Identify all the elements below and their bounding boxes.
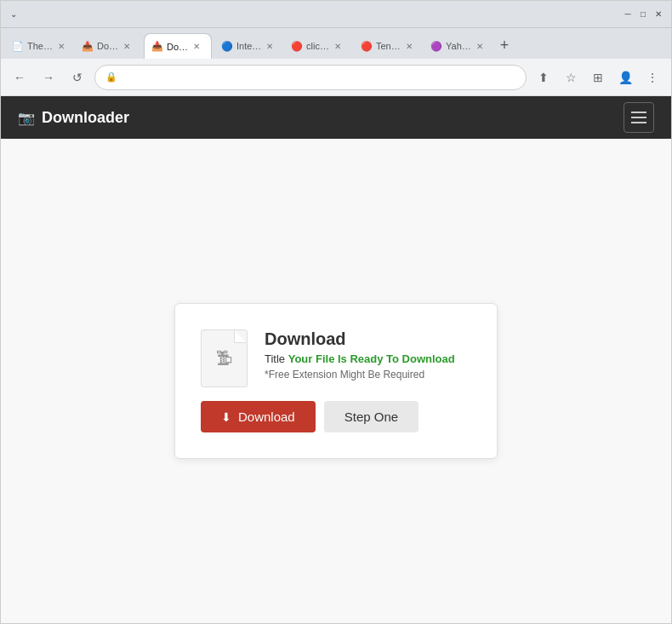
card-heading: Download (265, 329, 455, 349)
tab-6-label: Ten… (376, 41, 401, 51)
tab-bar: 📄 The… ✕ 📥 Do… ✕ 📥 Do… ✕ 🔵 Inte… ✕ 🔴 cli… (1, 28, 671, 59)
hamburger-line-1 (631, 112, 646, 113)
tab-4-close[interactable]: ✕ (266, 42, 273, 51)
tab-2-label: Do… (97, 41, 118, 51)
title-bar-left: ⌄ (8, 9, 20, 20)
tab-4-label: Inte… (236, 41, 261, 51)
tab-5-favicon: 🔴 (291, 41, 303, 52)
tab-2-favicon: 📥 (82, 41, 94, 52)
tab-5-label: clic… (306, 41, 329, 51)
address-actions: ⬆ ☆ ⊞ 👤 ⋮ (532, 66, 664, 89)
tab-5-close[interactable]: ✕ (334, 42, 341, 51)
hamburger-line-2 (631, 117, 646, 118)
download-button[interactable]: ⬇ Download (201, 401, 316, 432)
forward-button[interactable]: → (37, 66, 60, 89)
hamburger-menu[interactable] (624, 102, 654, 133)
download-arrow-icon: ⬇ (221, 410, 231, 424)
file-icon: 🗜 (201, 329, 248, 387)
new-tab-button[interactable]: + (493, 33, 516, 57)
site-navbar: 📷 Downloader (1, 96, 671, 139)
tab-2-close[interactable]: ✕ (123, 42, 130, 51)
card-header: 🗜 Download Title Your File Is Ready To D… (201, 329, 463, 387)
tab-7[interactable]: 🟣 Yah… ✕ (423, 33, 491, 59)
tab-7-close[interactable]: ✕ (476, 42, 483, 51)
address-bar: ← → ↺ 🔒 ⬆ ☆ ⊞ 👤 ⋮ (1, 59, 671, 96)
tab-6[interactable]: 🔴 Ten… ✕ (353, 33, 421, 59)
menu-button[interactable]: ⋮ (641, 66, 664, 89)
url-bar[interactable]: 🔒 (94, 65, 527, 90)
window-controls: ─ □ ✕ (622, 9, 664, 20)
tab-6-favicon: 🔴 (361, 41, 373, 52)
reload-button[interactable]: ↺ (65, 66, 89, 89)
bookmark-button[interactable]: ☆ (559, 66, 583, 89)
extensions-button[interactable]: ⊞ (586, 66, 610, 89)
profile-button[interactable]: 👤 (613, 66, 637, 89)
main-area: 🔍 RISK .COM 🗜 Download Title (1, 139, 671, 623)
tab-1[interactable]: 📄 The… ✕ (4, 33, 72, 59)
lock-icon: 🔒 (105, 72, 117, 83)
share-button[interactable]: ⬆ (532, 66, 555, 89)
title-bar: ⌄ ─ □ ✕ (1, 1, 671, 28)
card-subtitle: Title Your File Is Ready To Download (265, 352, 455, 365)
minimize-button[interactable]: ─ (622, 9, 634, 20)
close-button[interactable]: ✕ (652, 9, 664, 20)
title-label: Title (265, 352, 285, 365)
tab-4-favicon: 🔵 (221, 41, 233, 52)
download-card: 🗜 Download Title Your File Is Ready To D… (174, 303, 498, 459)
chevron-icon[interactable]: ⌄ (8, 9, 20, 20)
navbar-title: Downloader (42, 109, 129, 127)
tab-7-favicon: 🟣 (430, 41, 442, 52)
zip-icon: 🗜 (216, 349, 233, 369)
tab-6-close[interactable]: ✕ (406, 42, 413, 51)
camera-icon: 📷 (18, 110, 35, 126)
download-button-label: Download (238, 409, 295, 424)
maximize-button[interactable]: □ (637, 9, 649, 20)
navbar-brand: 📷 Downloader (18, 109, 129, 127)
tab-1-close[interactable]: ✕ (58, 42, 65, 51)
title-value: Your File Is Ready To Download (288, 352, 455, 365)
tab-2[interactable]: 📥 Do… ✕ (74, 33, 142, 59)
hamburger-line-3 (631, 122, 646, 123)
browser-frame: ⌄ ─ □ ✕ 📄 The… ✕ 📥 Do… ✕ 📥 Do… ✕ 🔵 Inte…… (0, 0, 672, 624)
tab-1-favicon: 📄 (12, 41, 24, 52)
card-actions: ⬇ Download Step One (201, 401, 463, 432)
card-note: *Free Extension Might Be Required (265, 369, 455, 381)
tab-3-label: Do… (167, 42, 188, 52)
step-one-button[interactable]: Step One (324, 401, 419, 432)
step-one-button-label: Step One (345, 409, 398, 424)
page-content: 📷 Downloader 🔍 RISK .COM (1, 96, 671, 623)
tab-3-favicon: 📥 (151, 41, 163, 52)
tab-4[interactable]: 🔵 Inte… ✕ (214, 33, 282, 59)
card-info: Download Title Your File Is Ready To Dow… (265, 329, 455, 381)
tab-3[interactable]: 📥 Do… ✕ (144, 33, 212, 59)
tab-5[interactable]: 🔴 clic… ✕ (283, 33, 351, 59)
back-button[interactable]: ← (8, 66, 31, 89)
tab-7-label: Yah… (446, 41, 471, 51)
tab-1-label: The… (27, 41, 53, 51)
tab-3-close[interactable]: ✕ (193, 42, 200, 51)
